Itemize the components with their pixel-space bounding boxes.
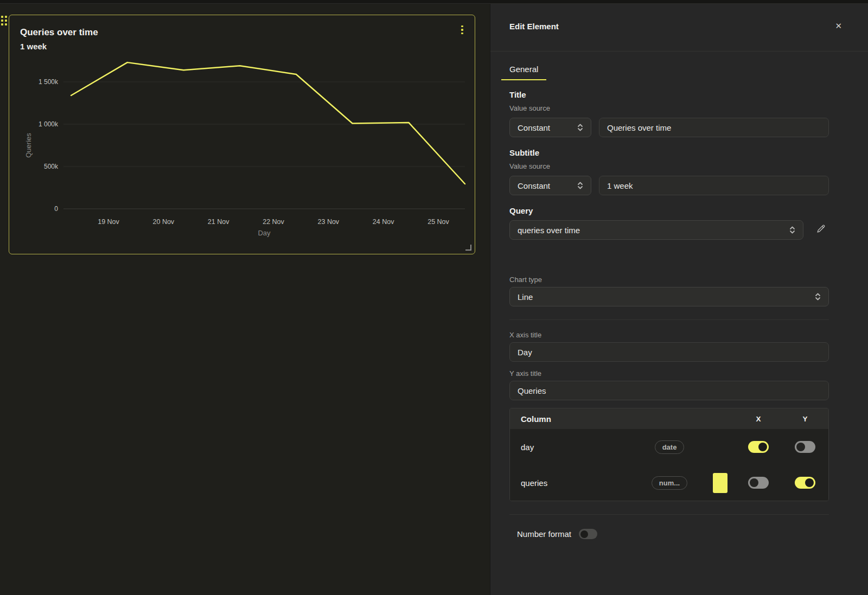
svg-text:23 Nov: 23 Nov: [318, 218, 340, 226]
svg-text:19 Nov: 19 Nov: [98, 218, 119, 226]
chart-card[interactable]: Queries over time 1 week 0500k1 000k1 50…: [9, 15, 475, 254]
chevron-updown-icon: [789, 226, 795, 234]
title-section-heading: Title: [509, 90, 829, 99]
title-source-select[interactable]: Constant: [509, 118, 591, 137]
y-axis-title-label: Y axis title: [509, 369, 829, 378]
day-x-toggle[interactable]: [748, 441, 769, 453]
subtitle-value-source-label: Value source: [509, 162, 829, 170]
svg-text:1 000k: 1 000k: [39, 120, 59, 128]
x-axis-title-label: X axis title: [509, 331, 829, 339]
chevron-updown-icon: [577, 123, 583, 132]
subtitle-value-input[interactable]: 1 week: [599, 176, 829, 195]
columns-table: Column X Y day date queries num...: [509, 408, 829, 501]
panel-tabs: General: [490, 52, 868, 80]
x-header: X: [735, 415, 782, 423]
subtitle-section-heading: Subtitle: [509, 148, 829, 157]
section-divider: [509, 319, 829, 320]
svg-text:0: 0: [54, 205, 58, 213]
chart-type-label: Chart type: [509, 276, 829, 284]
chart-type-select[interactable]: Line: [509, 287, 829, 306]
svg-text:Queries: Queries: [24, 133, 33, 158]
type-badge: num...: [652, 476, 687, 490]
type-badge: date: [655, 440, 685, 454]
subtitle-source-select[interactable]: Constant: [509, 176, 591, 195]
queries-y-toggle[interactable]: [795, 477, 815, 489]
svg-text:Day: Day: [258, 229, 271, 237]
panel-header: Edit Element ✕: [490, 0, 868, 52]
svg-text:20 Nov: 20 Nov: [153, 218, 175, 226]
columns-table-header: Column X Y: [510, 408, 828, 429]
svg-text:21 Nov: 21 Nov: [208, 218, 229, 226]
panel-title: Edit Element: [509, 22, 559, 31]
pencil-icon: [816, 223, 826, 234]
svg-text:24 Nov: 24 Nov: [373, 218, 394, 226]
close-icon[interactable]: ✕: [835, 21, 842, 31]
dashboard-canvas[interactable]: Queries over time 1 week 0500k1 000k1 50…: [0, 0, 490, 595]
line-chart: 0500k1 000k1 500k19 Nov20 Nov21 Nov22 No…: [9, 15, 475, 254]
day-y-toggle[interactable]: [795, 441, 815, 453]
svg-text:22 Nov: 22 Nov: [263, 218, 284, 226]
query-section-heading: Query: [509, 206, 829, 215]
x-axis-title-input[interactable]: Day: [509, 342, 829, 362]
title-value-input[interactable]: Queries over time: [599, 118, 829, 137]
svg-text:500k: 500k: [44, 163, 59, 170]
edit-query-button[interactable]: [816, 223, 829, 236]
tab-general[interactable]: General: [501, 62, 546, 80]
edit-element-panel: Edit Element ✕ General Title Value sourc…: [490, 0, 868, 595]
column-name: queries: [510, 478, 634, 488]
y-axis-title-input[interactable]: Queries: [509, 381, 829, 400]
svg-text:1 500k: 1 500k: [39, 78, 59, 86]
title-value-source-label: Value source: [509, 104, 829, 112]
table-row-day: day date: [510, 429, 828, 465]
table-row-queries: queries num...: [510, 465, 828, 501]
chevron-updown-icon: [577, 181, 583, 190]
query-select[interactable]: queries over time: [509, 220, 803, 240]
svg-text:25 Nov: 25 Nov: [427, 218, 449, 226]
series-color-swatch[interactable]: [713, 473, 727, 493]
window-top-strip: [0, 0, 868, 4]
section-divider: [509, 514, 829, 515]
column-name: day: [510, 443, 634, 452]
chevron-updown-icon: [815, 292, 821, 301]
y-header: Y: [782, 415, 828, 423]
queries-x-toggle[interactable]: [748, 477, 769, 489]
number-format-toggle[interactable]: [579, 529, 597, 539]
column-header: Column: [510, 414, 634, 424]
number-format-label: Number format: [517, 529, 571, 539]
resize-handle[interactable]: [465, 245, 471, 251]
drag-handle-icon[interactable]: [1, 16, 7, 25]
